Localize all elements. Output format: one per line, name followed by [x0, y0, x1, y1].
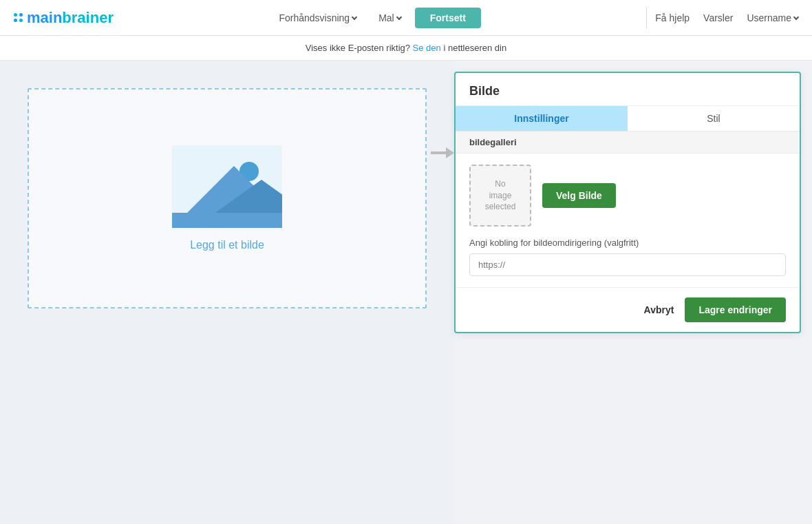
section-bildegalleri: bildegalleri — [456, 132, 800, 154]
svg-rect-4 — [172, 213, 282, 228]
panel-tabs: Innstillinger Stil — [456, 106, 800, 132]
image-placeholder-icon — [172, 145, 282, 228]
panel-arrow — [431, 147, 454, 158]
logo-text: mainbrainer — [27, 9, 114, 27]
canvas-area: Legg til et bilde — [0, 61, 454, 524]
nav-right: Få hjelp Varsler Username — [655, 12, 798, 23]
fortsett-button[interactable]: Fortsett — [415, 8, 481, 28]
panel-footer: Avbryt Lagre endringer — [456, 287, 800, 332]
no-image-preview: No image selected — [469, 165, 531, 227]
main-area: Legg til et bilde Bilde Innstillinger St… — [0, 61, 812, 524]
mal-button[interactable]: Mal — [370, 8, 409, 28]
right-panel: Bilde Innstillinger Stil bildegalleri No… — [454, 72, 801, 333]
avbryt-button[interactable]: Avbryt — [644, 304, 674, 315]
top-navigation: mainbrainer Forhåndsvisning Mal Fortsett… — [0, 0, 812, 36]
link-label: Angi kobling for bildeomdirigering (valg… — [469, 238, 786, 248]
tab-stil[interactable]: Stil — [628, 106, 800, 131]
chevron-down-icon — [396, 14, 401, 19]
link-section: Angi kobling for bildeomdirigering (valg… — [456, 238, 800, 287]
sub-banner: Vises ikke E-posten riktig? Se den i net… — [0, 36, 812, 61]
username-button[interactable]: Username — [747, 12, 798, 23]
chevron-down-icon — [793, 14, 799, 19]
logo-dots — [14, 13, 23, 22]
forhandsvisning-button[interactable]: Forhåndsvisning — [270, 8, 365, 28]
add-image-label[interactable]: Legg til et bilde — [190, 239, 264, 251]
panel-title: Bilde — [456, 73, 800, 106]
gallery-section: No image selected Velg Bilde — [456, 154, 800, 238]
varsler-button[interactable]: Varsler — [703, 12, 733, 23]
nav-center: Forhåndsvisning Mal Fortsett — [114, 8, 638, 28]
fa-hjelp-button[interactable]: Få hjelp — [655, 12, 690, 23]
velg-bilde-button[interactable]: Velg Bilde — [542, 183, 616, 208]
chevron-down-icon — [352, 14, 357, 19]
logo[interactable]: mainbrainer — [14, 9, 114, 27]
link-input[interactable] — [469, 253, 786, 276]
see-in-browser-link[interactable]: Se den — [413, 43, 441, 53]
lagre-endringer-button[interactable]: Lagre endringer — [685, 297, 786, 322]
email-canvas[interactable]: Legg til et bilde — [28, 88, 427, 308]
nav-divider — [646, 7, 647, 29]
tab-innstillinger[interactable]: Innstillinger — [456, 106, 628, 131]
